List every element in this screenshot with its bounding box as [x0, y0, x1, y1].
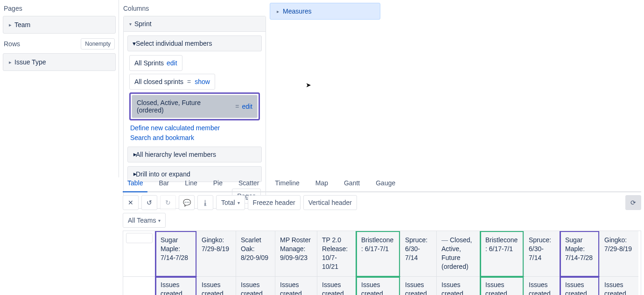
team-label: Team [14, 21, 30, 28]
members-list: All Sprints edit All closed sprints = sh… [127, 55, 262, 143]
collapse-icon[interactable]: — [441, 236, 448, 244]
rows-issuetype-pill[interactable]: ▸ Issue Type [3, 53, 116, 71]
chevron-down-icon: ▾ [158, 218, 161, 223]
column-subheader[interactable]: Issues created [155, 277, 196, 295]
viz-tab-line[interactable]: Line [180, 176, 202, 191]
redo-button[interactable]: ↻ [160, 195, 176, 210]
define-calculated-link[interactable]: Define new calculated member [129, 123, 260, 133]
teams-dropdown[interactable]: All Teams ▾ [123, 213, 166, 228]
measures-box[interactable]: ▸ Measures [270, 3, 380, 20]
column-header[interactable]: Bristlecone: 6/17-7/1 [356, 231, 400, 277]
column-header[interactable]: Sugar Maple: 7/14-7/28 [560, 231, 599, 277]
shuffle-button[interactable]: ✕ [123, 195, 139, 210]
viz-tab-bar[interactable]: Bar [154, 176, 174, 191]
column-header[interactable]: TP 2.0 Release: 10/7-10/21 [317, 231, 356, 277]
grid-header-row: Sugar Maple: 7/14-7/28Gingko: 7/29-8/19S… [123, 231, 641, 277]
comment-button[interactable]: 💬 [179, 195, 195, 210]
chevron-down-icon: ▾ [133, 40, 136, 47]
selected-member-text: Closed, Active, Future (ordered) [137, 99, 202, 114]
left-panel: Pages ▸ Team Rows Nonempty ▸ Issue Type [0, 0, 119, 177]
cursor-icon: ➤ [306, 81, 311, 89]
viz-tab-scatter[interactable]: Scatter [234, 176, 264, 191]
chevron-down-icon: ▾ [238, 200, 240, 205]
issue-type-label: Issue Type [14, 58, 46, 66]
redo-icon: ↻ [165, 199, 171, 206]
chevron-right-icon: ▸ [9, 59, 12, 65]
nonempty-badge[interactable]: Nonempty [81, 38, 115, 49]
column-subheader[interactable]: Issues created [356, 277, 400, 295]
eq-sign: = [187, 78, 191, 85]
sprint-header-text: Sprint [134, 20, 152, 28]
viz-tab-pie[interactable]: Pie [209, 176, 227, 191]
calc-member-links: Define new calculated member Search and … [129, 123, 260, 143]
freeze-header-button[interactable]: Freeze header [248, 195, 301, 210]
column-header[interactable]: Spruce: 6/30-7/14 [400, 231, 436, 277]
search-bookmark-link[interactable]: Search and bookmark [129, 133, 260, 143]
rows-label-text: Rows [4, 40, 20, 48]
undo-button[interactable]: ↺ [141, 195, 157, 210]
member-all-closed[interactable]: All closed sprints = show [129, 74, 215, 90]
refresh-button[interactable]: ⟳ [625, 195, 641, 210]
column-header[interactable]: Gingko: 7/29-8/19 [599, 231, 638, 277]
undo-icon: ↺ [147, 199, 152, 206]
column-subheader[interactable]: Issues created [560, 277, 599, 295]
column-subheader[interactable]: Issues created [275, 277, 317, 295]
pages-team-pill[interactable]: ▸ Team [3, 16, 116, 34]
column-subheader[interactable]: Issues created [599, 277, 638, 295]
column-header[interactable]: Gingko: 7/29-8/19 [196, 231, 236, 277]
column-header[interactable]: Sugar Maple: 7/14-7/28 [155, 231, 196, 277]
select-members-header[interactable]: ▾ Select individual members [127, 35, 262, 51]
measures-label: Measures [283, 7, 311, 15]
viz-tab-table[interactable]: Table [123, 176, 147, 192]
chevron-right-icon: ▾ [131, 153, 138, 156]
chevron-right-icon: ▸ [9, 22, 12, 28]
all-closed-show-link[interactable]: show [195, 78, 210, 85]
viz-tab-gauge[interactable]: Gauge [371, 176, 400, 191]
pages-section-label: Pages [3, 0, 116, 16]
column-header[interactable]: Bristlecone: 6/17-7/1 [480, 231, 524, 277]
selected-edit-link[interactable]: edit [242, 103, 252, 110]
hierarchy-text: All hierarchy level members [136, 151, 216, 158]
vertical-header-button[interactable]: Vertical header [303, 195, 357, 210]
column-header[interactable]: Spruce: 6/30-7/14 [524, 231, 560, 277]
all-sprints-edit-link[interactable]: edit [167, 59, 177, 67]
viz-tab-map[interactable]: Map [311, 176, 333, 191]
chevron-right-icon: ▾ [131, 173, 138, 176]
teams-filter-row: All Teams ▾ [123, 213, 641, 228]
viz-tab-timeline[interactable]: Timeline [270, 176, 304, 191]
member-all-sprints[interactable]: All Sprints edit [129, 55, 182, 71]
all-sprints-text: All Sprints [134, 59, 164, 67]
download-button[interactable]: ⭳ [197, 195, 213, 210]
total-label: Total [221, 199, 235, 206]
select-members-text: Select individual members [136, 40, 212, 47]
column-subheader[interactable]: Issues created [236, 277, 275, 295]
results-area: TableBarLinePieScatterTimelineMapGanttGa… [123, 176, 641, 295]
column-subheader[interactable]: Issues created [436, 277, 480, 295]
column-subheader[interactable]: Issues created [196, 277, 236, 295]
column-subheader[interactable]: Issues created [317, 277, 356, 295]
column-header[interactable]: —Closed, Active, Future (ordered) [436, 231, 480, 277]
column-subheader[interactable]: Issues created [400, 277, 436, 295]
download-icon: ⭳ [202, 199, 209, 206]
teams-label: All Teams [128, 217, 156, 224]
refresh-icon: ⟳ [630, 199, 636, 206]
viz-tabs: TableBarLinePieScatterTimelineMapGanttGa… [123, 176, 641, 192]
columns-label: Columns [123, 0, 266, 16]
column-header[interactable]: MP Roster Manage: 9/09-9/23 [275, 231, 317, 277]
leading-corner [123, 231, 155, 277]
chevron-down-icon: ▾ [129, 21, 132, 27]
pages-label-text: Pages [4, 5, 22, 12]
total-dropdown[interactable]: Total ▾ [216, 195, 245, 210]
results-toolbar: ✕ ↺ ↻ 💬 ⭳ Total ▾ Freeze header Vertical… [123, 195, 641, 210]
member-closed-active-future[interactable]: Closed, Active, Future (ordered) = edit [132, 95, 258, 118]
comment-icon: 💬 [183, 199, 191, 206]
sprint-header[interactable]: ▾ Sprint [124, 16, 266, 32]
viz-tab-gantt[interactable]: Gantt [339, 176, 364, 191]
hierarchy-members-row[interactable]: ▾ All hierarchy level members [127, 147, 262, 162]
column-header[interactable]: Scarlet Oak: 8/20-9/09 [236, 231, 275, 277]
rows-section-label: Rows Nonempty [3, 34, 116, 53]
column-subheader[interactable]: Issues created [480, 277, 524, 295]
column-subheader[interactable]: Issues created [524, 277, 560, 295]
all-closed-text: All closed sprints [134, 78, 183, 85]
shuffle-icon: ✕ [128, 199, 133, 206]
